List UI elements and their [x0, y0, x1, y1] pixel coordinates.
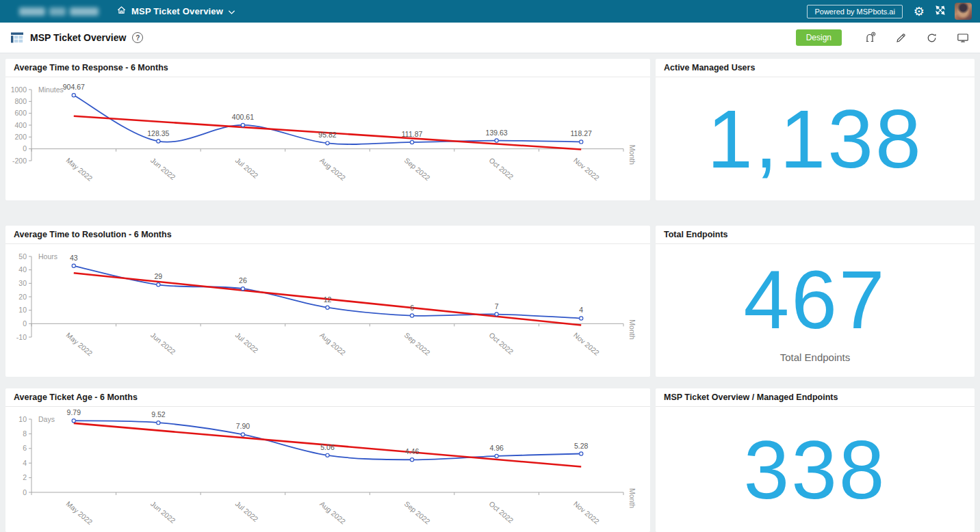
- fullscreen-icon: [936, 5, 945, 17]
- chart-ticket-age-canvas[interactable]: 1086420DaysMay 2022Jun 2022Jul 2022Aug 2…: [5, 407, 650, 532]
- settings-button[interactable]: ⚙: [914, 5, 925, 18]
- svg-text:50: 50: [18, 252, 27, 261]
- svg-text:Nov 2022: Nov 2022: [572, 331, 601, 357]
- svg-text:4.96: 4.96: [489, 444, 504, 452]
- svg-text:Jun 2022: Jun 2022: [149, 499, 177, 524]
- svg-text:Jul 2022: Jul 2022: [234, 156, 260, 180]
- svg-text:Aug 2022: Aug 2022: [318, 499, 347, 525]
- svg-text:5.28: 5.28: [574, 442, 589, 450]
- svg-text:7.90: 7.90: [236, 422, 250, 430]
- svg-text:12: 12: [324, 295, 332, 304]
- help-circle-icon[interactable]: ?: [132, 32, 143, 43]
- svg-text:Nov 2022: Nov 2022: [572, 499, 601, 525]
- svg-text:May 2022: May 2022: [65, 156, 94, 183]
- kpi-value: 338: [743, 429, 886, 511]
- powered-by-button[interactable]: Powered by MSPbots.ai: [807, 5, 902, 18]
- svg-text:400.61: 400.61: [232, 113, 254, 121]
- chart-title: Average Ticket Age - 6 Months: [5, 388, 650, 407]
- chart-response-time-canvas[interactable]: 10008006004002000-200MinutesMay 2022Jun …: [5, 77, 650, 200]
- svg-text:0: 0: [23, 488, 27, 496]
- svg-text:2: 2: [23, 473, 27, 481]
- svg-text:Days: Days: [38, 415, 55, 423]
- dashboard-breadcrumb[interactable]: MSP Ticket Overview: [116, 5, 235, 18]
- topbar: MSP Ticket Overview Powered by MSPbots.a…: [0, 0, 980, 23]
- kpi-card-active-managed-users: Active Managed Users 1,138: [656, 59, 975, 200]
- svg-text:40: 40: [18, 265, 27, 274]
- svg-text:Oct 2022: Oct 2022: [487, 499, 515, 524]
- svg-text:Oct 2022: Oct 2022: [487, 156, 515, 181]
- svg-text:Month: Month: [628, 488, 636, 508]
- svg-text:111.87: 111.87: [402, 130, 423, 138]
- tv-display-icon: [957, 32, 969, 44]
- tv-mode-button[interactable]: [957, 32, 969, 44]
- chart-resolution-time-canvas[interactable]: 50403020100-10HoursMay 2022Jun 2022Jul 2…: [5, 244, 650, 377]
- svg-text:Jun 2022: Jun 2022: [149, 331, 177, 356]
- svg-text:10: 10: [18, 306, 27, 314]
- svg-text:8: 8: [23, 429, 27, 438]
- home-icon: [116, 5, 127, 18]
- chart-panel-ticket-age: Average Ticket Age - 6 Months 1086420Day…: [5, 388, 650, 532]
- svg-text:30: 30: [18, 279, 27, 287]
- svg-text:Jul 2022: Jul 2022: [234, 499, 260, 523]
- svg-text:6: 6: [23, 444, 27, 452]
- page-title: MSP Ticket Overview: [30, 32, 126, 43]
- svg-text:4.46: 4.46: [405, 447, 420, 455]
- svg-text:43: 43: [70, 254, 78, 262]
- svg-text:400: 400: [14, 121, 27, 129]
- chart-title: Average Time to Resolution - 6 Months: [5, 226, 650, 244]
- svg-text:5.06: 5.06: [320, 443, 335, 451]
- svg-text:9.52: 9.52: [151, 410, 166, 418]
- svg-text:4: 4: [579, 306, 583, 314]
- svg-text:Jul 2022: Jul 2022: [234, 331, 260, 355]
- svg-text:1000: 1000: [11, 85, 27, 94]
- design-button[interactable]: Design: [796, 29, 842, 46]
- magnet-plus-button[interactable]: [864, 31, 876, 44]
- magnet-plus-icon: [864, 31, 876, 44]
- svg-text:10: 10: [18, 415, 27, 423]
- svg-text:600: 600: [14, 109, 27, 117]
- svg-text:Hours: Hours: [38, 252, 57, 261]
- svg-text:May 2022: May 2022: [65, 499, 94, 526]
- svg-text:Oct 2022: Oct 2022: [487, 331, 515, 356]
- svg-text:139.63: 139.63: [486, 129, 508, 137]
- svg-text:Sep 2022: Sep 2022: [403, 156, 432, 182]
- refresh-button[interactable]: [926, 32, 938, 44]
- kpi-card-title: MSP Ticket Overview / Managed Endpoints: [656, 388, 975, 407]
- svg-text:29: 29: [155, 272, 163, 280]
- svg-text:Sep 2022: Sep 2022: [403, 331, 432, 357]
- svg-text:Sep 2022: Sep 2022: [403, 499, 432, 525]
- svg-text:9.79: 9.79: [67, 408, 81, 416]
- chart-panel-resolution-time: Average Time to Resolution - 6 Months 50…: [5, 226, 650, 377]
- user-avatar[interactable]: [955, 3, 972, 20]
- edit-button[interactable]: [895, 32, 907, 44]
- svg-text:200: 200: [14, 133, 27, 141]
- svg-text:20: 20: [18, 293, 27, 301]
- svg-text:Aug 2022: Aug 2022: [318, 156, 347, 182]
- kpi-subtitle: Total Endpoints: [780, 351, 851, 363]
- svg-text:6: 6: [410, 304, 414, 312]
- svg-text:Minutes: Minutes: [38, 85, 64, 94]
- nav-dashboard-title: MSP Ticket Overview: [131, 6, 223, 16]
- kpi-value: 1,138: [707, 98, 923, 180]
- kpi-column: Active Managed Users 1,138 Total Endpoin…: [656, 59, 975, 532]
- edit-pencil-icon: [895, 32, 907, 44]
- fullscreen-button[interactable]: [936, 5, 945, 17]
- chart-title: Average Time to Response - 6 Months: [5, 59, 650, 77]
- svg-text:0: 0: [23, 144, 27, 152]
- svg-text:7: 7: [495, 302, 499, 310]
- gear-icon: ⚙: [914, 5, 925, 18]
- charts-column: Average Time to Response - 6 Months 1000…: [5, 59, 650, 532]
- kpi-card-title: Active Managed Users: [656, 59, 975, 77]
- refresh-icon: [926, 32, 938, 44]
- svg-text:Month: Month: [628, 319, 636, 339]
- kpi-value: 467: [743, 258, 886, 341]
- svg-text:128.35: 128.35: [147, 129, 169, 137]
- svg-text:Jun 2022: Jun 2022: [149, 156, 177, 181]
- svg-text:-200: -200: [12, 157, 27, 165]
- svg-text:May 2022: May 2022: [65, 331, 94, 358]
- page-header: MSP Ticket Overview ? Design: [0, 23, 980, 53]
- svg-text:-10: -10: [16, 333, 27, 341]
- dashboard-grid-icon: [11, 31, 23, 44]
- svg-text:95.82: 95.82: [318, 131, 336, 139]
- svg-text:0: 0: [23, 319, 27, 328]
